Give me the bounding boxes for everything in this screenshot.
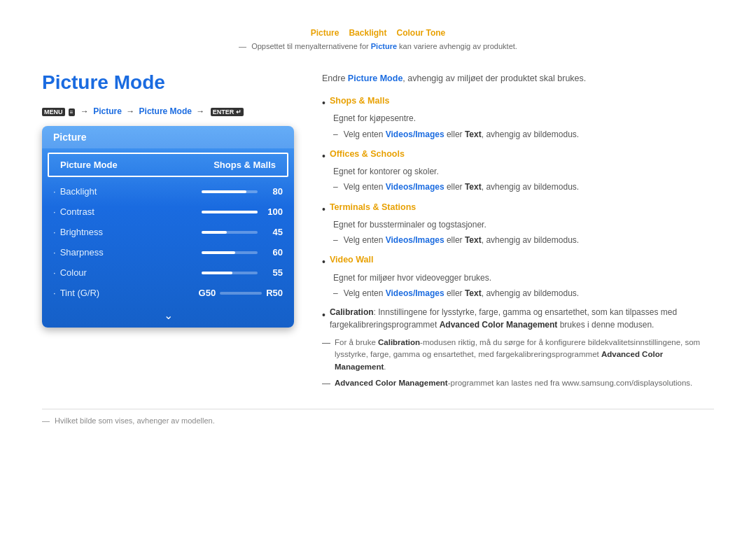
shops-desc: Egnet for kjøpesentre.	[333, 112, 714, 125]
terminals-title: Terminals & Stations	[330, 200, 416, 214]
colour-value: 55	[263, 267, 283, 278]
backlight-label: Backlight	[53, 186, 97, 197]
terminals-desc: Egnet for bussterminaler og togstasjoner…	[333, 218, 714, 232]
list-item-videowall: • Video Wall Egnet for miljøer hvor vide…	[322, 253, 714, 300]
videowall-title: Video Wall	[330, 253, 374, 267]
sharpness-value: 60	[263, 247, 283, 258]
colour-label: Colour	[53, 267, 87, 278]
picture-panel: Picture Picture Mode Shops & Malls Backl…	[42, 126, 294, 328]
intro-text: Endre Picture Mode, avhengig av miljøet …	[322, 71, 714, 85]
enter-icon: ENTER ↵	[211, 108, 244, 116]
videowall-sub: Velg enten Videos/Images eller Text, avh…	[333, 287, 714, 300]
contrast-bar	[202, 211, 258, 213]
offices-desc: Egnet for kontorer og skoler.	[333, 165, 714, 178]
chevron-down-icon: ⌄	[164, 309, 173, 322]
contrast-value: 100	[263, 206, 283, 217]
contrast-label: Contrast	[53, 206, 94, 217]
brightness-label: Brightness	[53, 227, 103, 237]
breadcrumb-picture: Picture	[311, 28, 340, 38]
brightness-row[interactable]: Brightness 45	[42, 222, 294, 242]
backlight-row[interactable]: Backlight 80	[42, 181, 294, 202]
chevron-row: ⌄	[42, 303, 294, 328]
main-content: Picture Mode MENU ≡ → Picture → Picture …	[42, 71, 714, 395]
picture-mode-value: Shops & Malls	[214, 160, 276, 170]
sharpness-label: Sharpness	[53, 247, 104, 258]
tint-label: Tint (G/R)	[53, 288, 99, 298]
colour-bar	[202, 272, 258, 274]
backlight-value: 80	[263, 186, 283, 197]
sharpness-bar	[202, 251, 258, 254]
brightness-value: 45	[263, 227, 283, 237]
left-column: Picture Mode MENU ≡ → Picture → Picture …	[42, 71, 294, 328]
bottom-note: ― Hvilket bilde som vises, avhenger av m…	[42, 409, 714, 425]
panel-title: Picture	[42, 126, 294, 148]
note1: ― For å bruke Calibration-modusen riktig…	[322, 337, 714, 373]
tint-bar	[220, 292, 262, 295]
shops-sub: Velg enten Videos/Images eller Text, avh…	[333, 128, 714, 141]
tint-row[interactable]: Tint (G/R) G50 R50	[42, 283, 294, 303]
breadcrumb-backlight: Backlight	[349, 28, 386, 38]
breadcrumb-colourtone: Colour Tone	[396, 28, 445, 38]
bullet-list: • Shops & Malls Egnet for kjøpesentre. V…	[322, 94, 714, 331]
list-item-terminals: • Terminals & Stations Egnet for busster…	[322, 200, 714, 248]
colour-row[interactable]: Colour 55	[42, 262, 294, 283]
note2: ― Advanced Color Management-programmet k…	[322, 377, 714, 391]
offices-sub: Velg enten Videos/Images eller Text, avh…	[333, 181, 714, 194]
shops-title: Shops & Malls	[330, 94, 389, 108]
menu-picturemode-link: Picture Mode	[139, 106, 192, 116]
backlight-bar	[202, 190, 258, 193]
picture-mode-row[interactable]: Picture Mode Shops & Malls	[48, 153, 288, 177]
offices-title: Offices & Schools	[330, 147, 405, 161]
calibration-text: Calibration: Innstillingene for lysstyrk…	[330, 306, 714, 331]
breadcrumb-note: ― Oppsettet til menyalternativene for Pi…	[42, 42, 714, 50]
contrast-row[interactable]: Contrast 100	[42, 202, 294, 222]
menu-path: MENU ≡ → Picture → Picture Mode → ENTER …	[42, 106, 294, 116]
menu-picture-link: Picture	[93, 106, 122, 116]
list-item-offices: • Offices & Schools Egnet for kontorer o…	[322, 147, 714, 195]
page-title: Picture Mode	[42, 71, 294, 94]
sharpness-row[interactable]: Sharpness 60	[42, 242, 294, 262]
terminals-sub: Velg enten Videos/Images eller Text, avh…	[333, 234, 714, 247]
list-item-calibration: • Calibration: Innstillingene for lyssty…	[322, 306, 714, 331]
videowall-desc: Egnet for miljøer hvor videovegger bruke…	[333, 272, 714, 285]
tint-r-value: R50	[266, 288, 283, 298]
picture-mode-label: Picture Mode	[60, 160, 118, 170]
bottom-note-text: Hvilket bilde som vises, avhenger av mod…	[55, 416, 215, 425]
brightness-bar	[202, 231, 258, 234]
tint-g-value: G50	[199, 288, 216, 298]
list-item-shops: • Shops & Malls Egnet for kjøpesentre. V…	[322, 94, 714, 141]
right-column: Endre Picture Mode, avhengig av miljøet …	[322, 71, 714, 395]
menu-bars-icon: ≡	[69, 108, 75, 116]
page-container: Picture Backlight Colour Tone ― Oppsette…	[0, 0, 756, 534]
menu-icon: MENU	[42, 108, 65, 116]
breadcrumb: Picture Backlight Colour Tone	[42, 28, 714, 38]
